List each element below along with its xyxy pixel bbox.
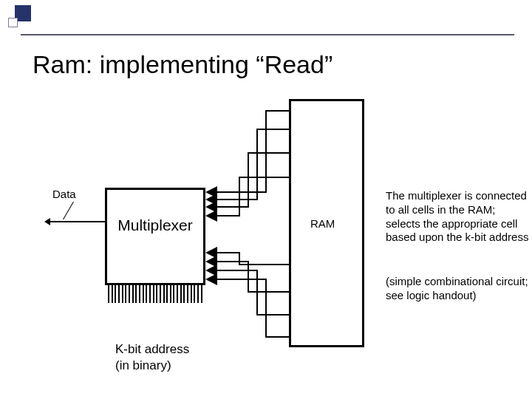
data-label: Data: [52, 188, 76, 200]
horizontal-rule: [21, 34, 514, 35]
corner-decoration: [6, 4, 50, 34]
kbit-line2: (in binary): [115, 358, 171, 372]
data-arrow: [49, 221, 105, 222]
multiplexer-label: Multiplexer: [117, 216, 193, 234]
slide: Ram: implementing “Read” RAM Multiplexer…: [0, 0, 532, 399]
arrow-left-icon: [44, 218, 50, 225]
square-outline-icon: [8, 18, 18, 27]
kbit-line1: K-bit address: [115, 342, 189, 356]
bus-width-slash: [63, 202, 74, 220]
slide-title: Ram: implementing “Read”: [33, 50, 332, 79]
description-paragraph-2: (simple combinational circuit; see logic…: [386, 275, 532, 303]
address-ticks: [108, 285, 202, 303]
kbit-address-label: K-bit address (in binary): [115, 341, 189, 374]
ram-label: RAM: [310, 217, 335, 230]
multiplexer-block: Multiplexer: [105, 188, 205, 285]
description-paragraph-1: The multiplexer is connected to all cell…: [386, 189, 531, 245]
